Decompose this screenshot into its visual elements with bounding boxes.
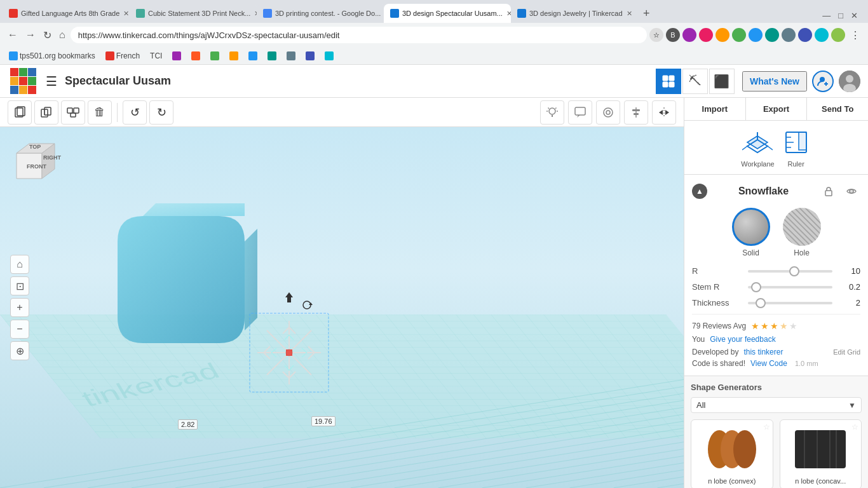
ext8[interactable] [798, 28, 812, 42]
whats-new-button[interactable]: What's New [742, 71, 807, 92]
star-rating[interactable]: ★ ★ ★ ★ ★ [751, 321, 797, 331]
orbit-button[interactable]: ⊕ [10, 341, 29, 360]
ext3[interactable] [715, 28, 729, 42]
hole-type[interactable]: Hole [783, 208, 821, 257]
cube-navigator[interactable]: FRONT RIGHT TOP [10, 137, 61, 188]
star-lobe-concave[interactable]: ☆ [851, 423, 858, 431]
bookmark-ext1[interactable] [168, 50, 185, 62]
home-button[interactable]: ⌂ [57, 27, 68, 43]
bookmark-ext8[interactable] [302, 50, 318, 62]
view-code-link[interactable]: View Code [750, 359, 787, 368]
bookmark-tci[interactable]: TCI [146, 50, 166, 62]
tab-gdocs[interactable]: 3D printing contest. - Google Do... ✕ [257, 4, 384, 23]
duplicate-button[interactable] [34, 100, 58, 125]
star-lobe-convex[interactable]: ☆ [763, 423, 770, 431]
user-avatar[interactable] [839, 71, 860, 92]
move-handle[interactable] [283, 291, 295, 306]
rounded-cube-object[interactable] [92, 191, 251, 349]
browser-menu-button[interactable]: ⋮ [848, 27, 863, 44]
maximize-button[interactable]: □ [836, 8, 846, 23]
shape-card-lobe-convex[interactable]: ☆ n lobe (convex) [691, 419, 773, 488]
thickness-slider-thumb[interactable] [756, 298, 766, 308]
logo-cell-g1 [19, 68, 27, 76]
brave-shield[interactable]: B [666, 28, 680, 42]
import-button[interactable]: Import [684, 98, 746, 120]
stemr-slider-track[interactable] [748, 286, 832, 288]
tab-jewelry[interactable]: 3D design Jewelry | Tinkercad ✕ [511, 4, 638, 23]
minimize-button[interactable]: — [820, 8, 833, 23]
code-shared-label: Code is shared! [692, 359, 745, 368]
reload-button[interactable]: ↻ [41, 27, 54, 44]
tab-tinkercad-active[interactable]: 3D design Spectacular Uusam... ✕ [384, 4, 511, 23]
give-feedback-link[interactable]: Give your feedback [710, 335, 775, 344]
thickness-slider-track[interactable] [748, 302, 832, 304]
ext4[interactable] [732, 28, 746, 42]
bookmark-ext9[interactable] [321, 50, 337, 62]
canvas-area[interactable]: tinkercad [0, 127, 684, 488]
solid-type[interactable]: Solid [732, 208, 770, 257]
tab-close-jewelry[interactable]: ✕ [627, 10, 632, 18]
redo-button[interactable]: ↻ [149, 100, 173, 125]
snowflake-object[interactable] [248, 311, 330, 394]
address-bar[interactable] [71, 27, 647, 43]
bookmark-ext7[interactable] [283, 50, 299, 62]
bookmark-tps501[interactable]: tps501.org bookmarks [5, 50, 99, 62]
copy-button[interactable] [8, 100, 32, 125]
ext10[interactable] [831, 28, 845, 42]
pickaxe-view-button[interactable]: ⛏ [682, 69, 708, 94]
export-button[interactable]: Export [746, 98, 808, 120]
back-button[interactable]: ← [5, 27, 20, 43]
workplane-tool[interactable]: Workplane [741, 127, 774, 168]
home-view-button[interactable]: ⌂ [10, 255, 29, 274]
mirror-button[interactable] [652, 100, 676, 125]
lock-icon[interactable] [820, 182, 837, 200]
new-tab-button[interactable]: + [638, 4, 655, 23]
rotate-handle[interactable] [301, 299, 313, 314]
r-slider-track[interactable] [748, 270, 832, 273]
ext1[interactable] [682, 28, 696, 42]
bookmark-ext5[interactable] [245, 50, 261, 62]
visibility-icon[interactable] [843, 182, 860, 200]
collapse-button[interactable]: ▲ [692, 184, 707, 199]
block-view-button[interactable]: ⬛ [709, 69, 735, 94]
bookmark-ext4[interactable] [226, 50, 242, 62]
forward-button[interactable]: → [23, 27, 38, 43]
ext7[interactable] [782, 28, 796, 42]
header-menu-icon[interactable]: ☰ [46, 74, 57, 89]
tab-cubic[interactable]: Cubic Statement 3D Print Neck... ✕ [130, 4, 257, 23]
r-slider-thumb[interactable] [789, 266, 799, 276]
zoom-fit-button[interactable]: ⊡ [10, 276, 29, 295]
tinkercad-logo[interactable] [8, 69, 38, 94]
ext2[interactable] [699, 28, 713, 42]
tab-close-tinkercad[interactable]: ✕ [506, 10, 511, 18]
tab-gifted[interactable]: Gifted Language Arts 8th Grade ✕ [3, 4, 130, 23]
align-button[interactable] [624, 100, 648, 125]
send-to-button[interactable]: Send To [807, 98, 868, 120]
bookmark-star[interactable]: ☆ [649, 28, 663, 42]
close-button[interactable]: ✕ [848, 8, 860, 23]
zoom-in-button[interactable]: + [10, 298, 29, 317]
ruler-tool[interactable]: Ruler [781, 127, 811, 168]
tab-close-gifted[interactable]: ✕ [123, 10, 129, 18]
bookmark-ext2[interactable] [187, 50, 204, 62]
sg-filter-dropdown[interactable]: All ▼ [691, 397, 862, 413]
bookmark-french[interactable]: French [102, 50, 144, 62]
edit-grid-button[interactable]: Edit Grid [833, 348, 860, 356]
group-button[interactable] [61, 100, 85, 125]
light-bulb-button[interactable] [540, 100, 564, 125]
ext5[interactable] [749, 28, 763, 42]
undo-button[interactable]: ↺ [123, 100, 147, 125]
zoom-out-button[interactable]: − [10, 320, 29, 339]
shape-card-lobe-concave[interactable]: ☆ n lobe (concav... [780, 419, 862, 488]
bookmark-ext3[interactable] [207, 50, 223, 62]
grid-view-button[interactable] [656, 69, 681, 94]
shape-button[interactable] [568, 100, 592, 125]
ext6[interactable] [765, 28, 779, 42]
delete-button[interactable]: 🗑 [88, 100, 112, 125]
add-user-button[interactable] [812, 71, 834, 92]
stemr-slider-thumb[interactable] [751, 282, 761, 292]
circle-button[interactable] [596, 100, 620, 125]
ext9[interactable] [815, 28, 829, 42]
bookmark-ext6[interactable] [264, 50, 280, 62]
developer-link[interactable]: this tinkerer [743, 348, 783, 356]
